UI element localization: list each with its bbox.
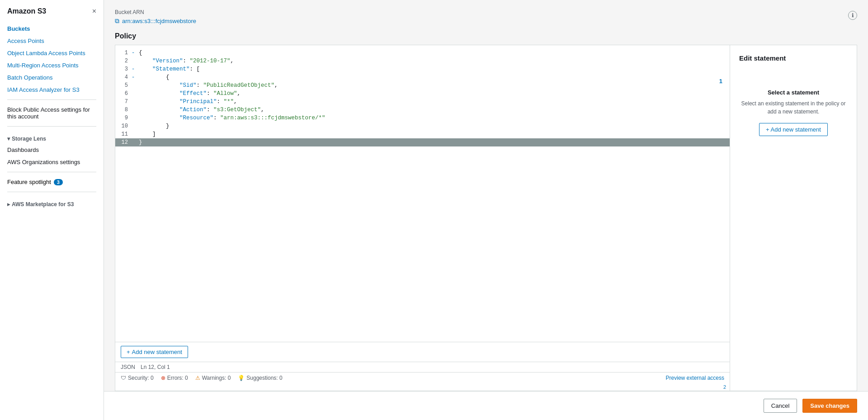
plus-icon: + — [127, 349, 130, 355]
app-title: Amazon S3 — [7, 7, 46, 15]
sidebar-divider-3 — [7, 172, 96, 172]
editor-status-bar: 🛡 Security: 0 ⊗ Errors: 0 ⚠ Warnings: 0 … — [115, 372, 730, 383]
sidebar-close-button[interactable]: × — [92, 7, 96, 15]
select-statement-hint-title: Select a statement — [739, 89, 848, 96]
sidebar-item-aws-org-settings[interactable]: AWS Organizations settings — [0, 156, 104, 168]
aws-marketplace-label: AWS Marketplace for S3 — [12, 201, 74, 208]
code-line-5: 5 "Sid": "PublicReadGetObject", — [115, 81, 730, 90]
warnings-label: Warnings: 0 — [202, 375, 231, 381]
edit-pane-title: Edit statement — [739, 54, 848, 62]
errors-label: Errors: 0 — [167, 375, 188, 381]
bucket-arn-row: ⧉ arn:aws:s3:::fcjdmswebstore — [115, 17, 857, 25]
sidebar-item-dashboards[interactable]: Dashboards — [0, 144, 104, 156]
preview-external-access-link[interactable]: Preview external access — [666, 375, 724, 381]
editor-body[interactable]: 1 - { 2 "Version": "2012-10-17", — [115, 45, 730, 342]
bucket-arn-label: Bucket ARN — [115, 9, 857, 15]
sidebar-item-iam-analyzer[interactable]: IAM Access Analyzer for S3 — [0, 84, 104, 96]
policy-label: Policy — [115, 32, 857, 40]
errors-status: ⊗ Errors: 0 — [161, 375, 188, 381]
suggestions-icon: 💡 — [238, 375, 245, 381]
status-format: JSON — [121, 364, 135, 370]
sidebar-divider-4 — [7, 192, 96, 192]
security-icon: 🛡 — [121, 375, 126, 381]
add-new-statement-button-bottom[interactable]: + Add new statement — [121, 346, 188, 358]
feature-spotlight-label: Feature spotlight — [7, 179, 51, 185]
code-line-12: 12 } — [115, 138, 730, 146]
sidebar-item-multi-region[interactable]: Multi-Region Access Points — [0, 59, 104, 71]
code-line-11: 11 ] — [115, 130, 730, 138]
code-line-9: 9 "Resource": "arn:aws:s3:::fcjdmswebsto… — [115, 114, 730, 122]
add-new-statement-label: Add new statement — [132, 349, 182, 355]
code-line-10: 10 } — [115, 122, 730, 130]
sidebar-divider-1 — [7, 99, 96, 100]
bucket-arn-value: arn:aws:s3:::fcjdmswebstore — [122, 18, 196, 24]
sidebar-section-aws-marketplace[interactable]: ▸ AWS Marketplace for S3 — [0, 196, 104, 209]
security-label: Security: 0 — [128, 375, 154, 381]
sidebar-item-feature-spotlight[interactable]: Feature spotlight 3 — [0, 176, 104, 188]
suggestions-status: 💡 Suggestions: 0 — [238, 375, 282, 381]
sidebar-item-buckets[interactable]: Buckets — [0, 23, 104, 35]
cancel-button[interactable]: Cancel — [764, 399, 797, 413]
sidebar-item-batch-operations[interactable]: Batch Operations — [0, 71, 104, 84]
sidebar-item-access-points[interactable]: Access Points — [0, 35, 104, 47]
warnings-status: ⚠ Warnings: 0 — [195, 375, 231, 381]
status-position: Ln 12, Col 1 — [141, 364, 170, 370]
add-new-statement-button-right[interactable]: + Add new statement — [759, 123, 828, 136]
code-line-4: 4 - { — [115, 73, 730, 81]
error-icon: ⊗ — [161, 375, 165, 381]
save-changes-button[interactable]: Save changes — [802, 399, 857, 413]
info-icon[interactable]: ℹ — [848, 11, 857, 20]
editor-status-position: JSON Ln 12, Col 1 — [115, 362, 730, 372]
security-status: 🛡 Security: 0 — [121, 375, 154, 381]
chevron-down-icon: ▾ — [7, 136, 10, 142]
bottom-bar: Cancel Save changes — [104, 391, 868, 420]
suggestions-label: Suggestions: 0 — [246, 375, 282, 381]
select-statement-hint-text: Select an existing statement in the poli… — [739, 99, 848, 116]
sidebar-section-storage-lens[interactable]: ▾ Storage Lens — [0, 130, 104, 144]
code-line-3: 3 - "Statement": [ — [115, 65, 730, 73]
chevron-right-icon: ▸ — [7, 201, 10, 208]
copy-icon[interactable]: ⧉ — [115, 17, 119, 25]
editor-footer: + Add new statement — [115, 342, 730, 362]
page-number-2: 2 — [115, 383, 730, 391]
storage-lens-label: Storage Lens — [12, 136, 46, 142]
feature-spotlight-badge: 3 — [54, 179, 63, 185]
sidebar-divider-2 — [7, 126, 96, 127]
code-line-6: 6 "Effect": "Allow", — [115, 90, 730, 98]
sidebar: Amazon S3 × Buckets Access Points Object… — [0, 0, 104, 420]
code-editor[interactable]: 1 - { 2 "Version": "2012-10-17", — [115, 45, 730, 150]
code-line-8: 8 "Action": "s3:GetObject", — [115, 106, 730, 114]
sidebar-item-object-lambda[interactable]: Object Lambda Access Points — [0, 47, 104, 59]
content-area: Bucket ARN ⧉ arn:aws:s3:::fcjdmswebstore… — [104, 0, 868, 391]
editor-pane: 1 - { 2 "Version": "2012-10-17", — [115, 45, 730, 391]
sidebar-item-block-public-access[interactable]: Block Public Access settings for this ac… — [0, 104, 104, 123]
code-line-1: 1 - { — [115, 49, 730, 57]
main-content: Bucket ARN ⧉ arn:aws:s3:::fcjdmswebstore… — [104, 0, 868, 420]
code-line-7: 7 "Principal": "*", — [115, 98, 730, 106]
warning-icon: ⚠ — [195, 375, 200, 381]
statement-number-1: 1 — [719, 78, 722, 85]
policy-editor-split: 1 - { 2 "Version": "2012-10-17", — [115, 45, 857, 391]
edit-pane: Edit statement Select a statement Select… — [730, 45, 857, 391]
sidebar-title-row: Amazon S3 × — [0, 7, 104, 23]
code-line-2: 2 "Version": "2012-10-17", — [115, 57, 730, 65]
select-statement-hint: Select a statement Select an existing st… — [739, 89, 848, 136]
